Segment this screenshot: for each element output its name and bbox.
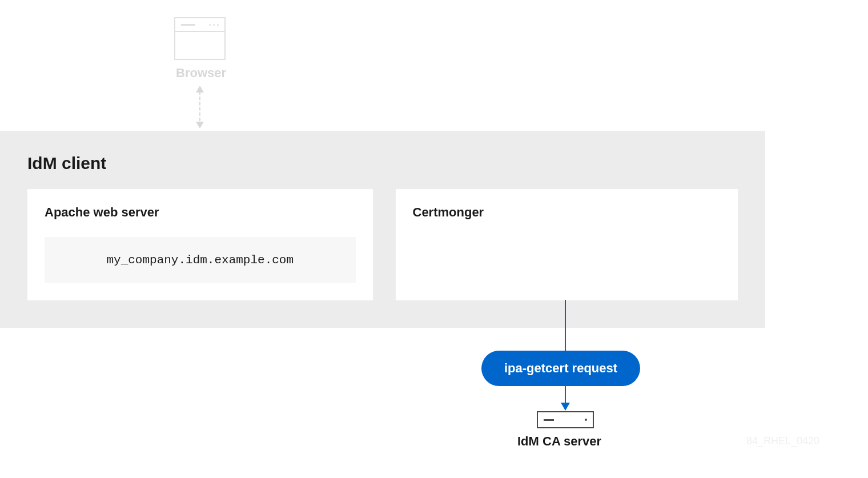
certmonger-title: Certmonger: [413, 205, 721, 220]
inner-boxes-row: Apache web server my_company.idm.example…: [27, 189, 738, 300]
watermark-text: 84_RHEL_0420: [746, 435, 819, 447]
server-line-decoration: [544, 419, 554, 421]
browser-dots-decoration: [209, 24, 219, 26]
apache-title: Apache web server: [45, 205, 356, 220]
browser-icon: [174, 17, 226, 60]
server-dot-decoration: [585, 419, 587, 421]
browser-bar-decoration: [181, 24, 195, 26]
domain-value: my_company.idm.example.com: [45, 237, 356, 283]
idm-client-container: IdM client Apache web server my_company.…: [0, 131, 765, 328]
browser-divider: [175, 31, 224, 32]
idm-client-title: IdM client: [27, 154, 738, 173]
request-label-pill: ipa-getcert request: [481, 351, 640, 386]
arrow-down-icon: [196, 122, 204, 128]
certmonger-box: Certmonger: [396, 189, 738, 300]
arrow-down-icon: [561, 403, 570, 411]
browser-label: Browser: [176, 66, 226, 81]
ca-server-label: IdM CA server: [517, 434, 601, 449]
server-icon: [537, 411, 594, 428]
dashed-line: [199, 91, 200, 121]
apache-box: Apache web server my_company.idm.example…: [27, 189, 373, 300]
browser-connection-arrow: [198, 86, 202, 128]
